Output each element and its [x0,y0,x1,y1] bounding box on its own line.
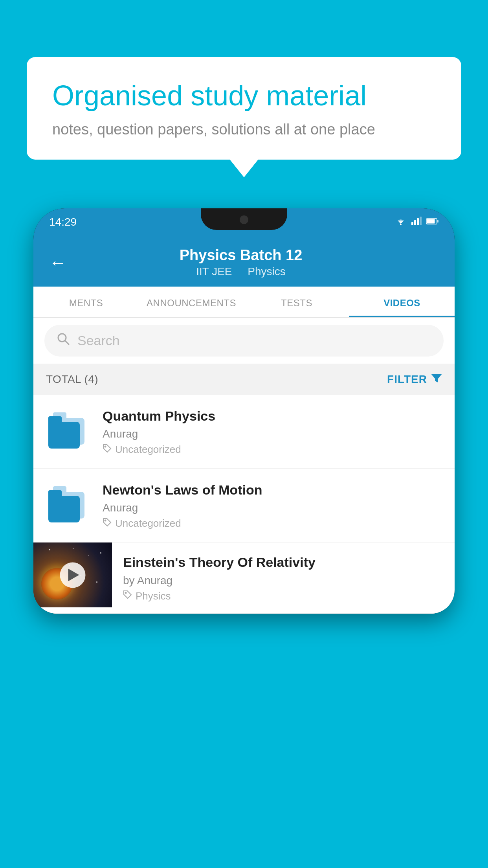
play-triangle [68,569,79,581]
video-info-1: Quantum Physics Anurag Uncategorized [103,407,444,456]
list-item[interactable]: Quantum Physics Anurag Uncategorized [33,395,455,469]
video-author-1: Anurag [103,428,444,440]
folder-thumb-2 [44,481,92,528]
header-title: Physics Batch 12 [78,247,404,264]
folder-front-2 [48,496,80,522]
speech-bubble: Organised study material notes, question… [27,57,461,160]
video-tag-1: Uncategorized [103,443,444,456]
tag-icon-3 [123,590,132,602]
video-info-3: Einstein's Theory Of Relativity by Anura… [112,542,444,613]
video-author-3: by Anurag [123,574,444,587]
list-item[interactable]: Newton's Laws of Motion Anurag Uncategor… [33,469,455,542]
list-item[interactable]: Einstein's Theory Of Relativity by Anura… [33,542,455,613]
svg-rect-1 [411,222,413,225]
svg-point-13 [125,592,127,594]
header-title-group: Physics Batch 12 IIT JEE Physics [78,247,404,278]
speech-bubble-container: Organised study material notes, question… [27,57,461,160]
search-icon [56,332,70,349]
tab-videos[interactable]: VIDEOS [349,287,455,317]
search-container: Search [33,318,455,364]
search-bar[interactable]: Search [44,325,444,357]
back-button[interactable]: ← [49,254,66,271]
svg-rect-2 [414,220,416,225]
header-subtitle: IIT JEE Physics [78,265,404,278]
video-list: Quantum Physics Anurag Uncategorized [33,395,455,614]
svg-point-12 [105,520,106,521]
total-count: TOTAL (4) [46,373,98,386]
svg-point-0 [400,224,402,225]
video-tag-2: Uncategorized [103,517,444,530]
wifi-icon [395,217,407,228]
phone-container: 14:29 [33,208,455,868]
tabs-bar: MENTS ANNOUNCEMENTS TESTS VIDEOS [33,287,455,318]
video-title-2: Newton's Laws of Motion [103,481,444,498]
svg-line-9 [65,340,69,344]
tag-label-1: Uncategorized [115,443,181,456]
tag-icon-2 [103,518,112,530]
filter-row: TOTAL (4) FILTER [33,364,455,395]
battery-icon [426,217,439,227]
tab-ments[interactable]: MENTS [33,287,139,317]
app-header: ← Physics Batch 12 IIT JEE Physics [33,236,455,287]
filter-icon [431,372,442,386]
folder-icon-1 [48,413,88,449]
signal-icon [411,217,422,228]
status-icons [395,217,439,228]
svg-rect-4 [420,217,422,225]
video-author-2: Anurag [103,502,444,514]
video-title-3: Einstein's Theory Of Relativity [123,554,444,571]
filter-button[interactable]: FILTER [387,372,442,386]
video-tag-3: Physics [123,590,444,602]
tag-label-3: Physics [136,590,171,602]
status-bar: 14:29 [33,208,455,236]
svg-marker-10 [431,374,442,383]
svg-rect-3 [417,218,419,225]
status-time: 14:29 [49,216,77,228]
folder-front-1 [48,422,80,449]
einstein-thumbnail [33,542,112,607]
video-title-1: Quantum Physics [103,407,444,425]
speech-bubble-subtext: notes, question papers, solutions all at… [52,121,436,138]
folder-thumb-1 [44,407,92,454]
camera-dot [240,215,248,224]
tag-icon-1 [103,444,112,456]
tab-tests[interactable]: TESTS [244,287,349,317]
svg-rect-7 [437,220,438,223]
play-button[interactable] [60,562,86,588]
phone-frame: 14:29 [33,208,455,614]
video-info-2: Newton's Laws of Motion Anurag Uncategor… [103,481,444,530]
subtitle-part1: IIT JEE [196,265,232,278]
tag-label-2: Uncategorized [115,517,181,530]
folder-icon-2 [48,487,88,522]
filter-label: FILTER [387,373,427,386]
svg-rect-6 [427,219,435,224]
svg-point-11 [105,446,106,447]
tab-announcements[interactable]: ANNOUNCEMENTS [139,287,244,317]
search-placeholder: Search [77,333,120,348]
subtitle-part2: Physics [248,265,285,278]
speech-bubble-headline: Organised study material [52,79,436,112]
